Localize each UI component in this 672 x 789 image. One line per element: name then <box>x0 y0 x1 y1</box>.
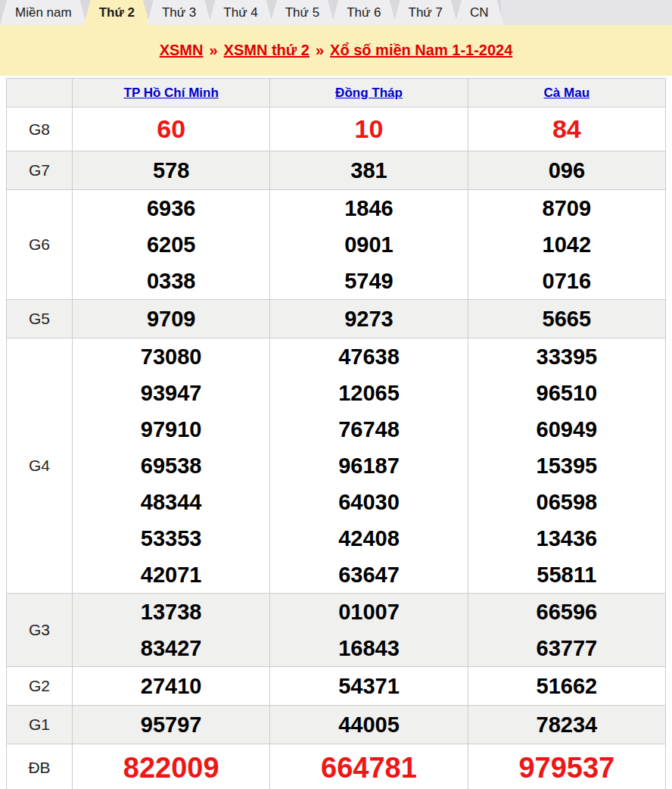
prize-label: G6 <box>7 190 73 300</box>
breadcrumb-banner: XSMN»XSMN thứ 2»Xổ số miền Nam 1-1-2024 <box>0 25 672 76</box>
prize-number: 60 <box>73 108 269 151</box>
prize-number: 0716 <box>468 263 665 299</box>
prize-cell: 33395965106094915395065981343655811 <box>468 338 665 594</box>
prize-number: 664781 <box>270 744 467 789</box>
prize-number: 5665 <box>468 300 665 338</box>
prize-number: 63777 <box>468 630 665 666</box>
prize-cell: 5665 <box>468 300 665 338</box>
tab-thu-2[interactable]: Thứ 2 <box>84 0 150 25</box>
prize-label: G1 <box>7 706 73 744</box>
prize-number: 69538 <box>73 448 269 484</box>
tab-cn[interactable]: CN <box>455 0 504 25</box>
prize-number: 54371 <box>270 667 467 705</box>
prize-number: 096 <box>468 151 665 189</box>
prize-number: 76748 <box>270 411 467 448</box>
breadcrumb-link-xsmn-thu-2[interactable]: XSMN thứ 2 <box>224 42 310 58</box>
prize-number: 73080 <box>73 338 269 375</box>
prize-number: 8709 <box>468 190 665 226</box>
prize-label: G8 <box>7 108 73 151</box>
tab-thu-3[interactable]: Thứ 3 <box>147 0 211 25</box>
prize-number: 6936 <box>73 190 269 226</box>
prize-cell: 979537 <box>468 744 665 789</box>
lottery-results-table: TP Hồ Chí MinhĐồng ThápCà Mau G8601084G7… <box>6 78 666 789</box>
prize-number: 381 <box>270 151 467 189</box>
corner-cell <box>7 79 73 108</box>
prize-cell: 822009 <box>73 744 270 789</box>
tab-mien-nam[interactable]: Miền nam <box>0 0 87 25</box>
prize-cell: 78234 <box>468 706 665 744</box>
prize-cell: 381 <box>270 151 468 190</box>
province-link-dong-thap[interactable]: Đồng Tháp <box>335 86 403 100</box>
breadcrumb-link-xo-so-mien-nam-1-1-2024[interactable]: Xổ số miền Nam 1-1-2024 <box>330 42 512 58</box>
prize-row-đb: ĐB822009664781979537 <box>7 744 666 789</box>
prize-number: 13436 <box>468 520 665 557</box>
tab-thu-5[interactable]: Thứ 5 <box>270 0 334 25</box>
prize-number: 27410 <box>73 667 269 705</box>
prize-number: 96510 <box>468 375 665 411</box>
prize-cell: 578 <box>73 151 270 190</box>
prize-row-g1: G1957974400578234 <box>7 706 666 744</box>
prize-number: 93947 <box>73 375 269 411</box>
prize-label: G2 <box>7 667 73 706</box>
prize-number: 97910 <box>73 411 269 448</box>
column-header-tp-ho-chi-minh: TP Hồ Chí Minh <box>73 79 270 108</box>
prize-cell: 870910420716 <box>468 190 665 300</box>
breadcrumb-link-xsmn[interactable]: XSMN <box>160 42 204 58</box>
prize-number: 84 <box>468 108 665 151</box>
prize-number: 1846 <box>270 190 467 226</box>
day-tabs: Miền namThứ 2Thứ 3Thứ 4Thứ 5Thứ 6Thứ 7CN <box>0 0 672 25</box>
prize-number: 33395 <box>468 338 665 375</box>
prize-cell: 0100716843 <box>270 594 468 667</box>
prize-label: G3 <box>7 594 73 667</box>
prize-row-g3: G3137388342701007168436659663777 <box>7 594 666 667</box>
results-table-wrap: TP Hồ Chí MinhĐồng ThápCà Mau G8601084G7… <box>0 76 672 789</box>
prize-number: 64030 <box>270 484 467 520</box>
prize-cell: 44005 <box>270 706 468 744</box>
prize-cell: 60 <box>73 108 270 151</box>
breadcrumb: XSMN»XSMN thứ 2»Xổ số miền Nam 1-1-2024 <box>160 42 513 59</box>
prize-number: 822009 <box>73 744 269 789</box>
prize-row-g5: G5970992735665 <box>7 300 666 338</box>
prize-number: 06598 <box>468 484 665 520</box>
prize-cell: 27410 <box>73 667 270 706</box>
prize-number: 578 <box>73 151 269 189</box>
prize-number: 1042 <box>468 226 665 263</box>
prize-number: 5749 <box>270 263 467 299</box>
breadcrumb-separator: » <box>316 42 324 58</box>
prize-number: 78234 <box>468 706 665 744</box>
prize-number: 42408 <box>270 520 467 557</box>
tab-thu-4[interactable]: Thứ 4 <box>208 0 272 25</box>
prize-number: 66596 <box>468 594 665 630</box>
prize-number: 15395 <box>468 448 665 484</box>
province-link-tp-ho-chi-minh[interactable]: TP Hồ Chí Minh <box>124 86 219 100</box>
province-link-ca-mau[interactable]: Cà Mau <box>544 86 590 100</box>
prize-label: ĐB <box>7 744 73 789</box>
prize-number: 979537 <box>468 744 665 789</box>
prize-cell: 184609015749 <box>270 190 468 300</box>
prize-cell: 73080939479791069538483445335342071 <box>73 338 270 594</box>
prize-number: 01007 <box>270 594 467 630</box>
prize-number: 51662 <box>468 667 665 705</box>
prize-label: G4 <box>7 338 73 594</box>
prize-number: 9709 <box>73 300 269 338</box>
prize-number: 96187 <box>270 448 467 484</box>
prize-number: 42071 <box>73 557 269 593</box>
prize-cell: 096 <box>468 151 665 190</box>
prize-number: 63647 <box>270 557 467 593</box>
breadcrumb-separator: » <box>209 42 217 58</box>
prize-cell: 10 <box>270 108 468 151</box>
prize-cell: 9273 <box>270 300 468 338</box>
prize-cell: 84 <box>468 108 665 151</box>
prize-row-g7: G7578381096 <box>7 151 666 190</box>
prize-number: 53353 <box>73 520 269 557</box>
prize-cell: 693662050338 <box>73 190 270 300</box>
tab-thu-7[interactable]: Thứ 7 <box>394 0 458 25</box>
prize-number: 47638 <box>270 338 467 375</box>
prize-number: 44005 <box>270 706 467 744</box>
prize-cell: 664781 <box>270 744 468 789</box>
prize-number: 10 <box>270 108 467 151</box>
tab-thu-6[interactable]: Thứ 6 <box>331 0 396 25</box>
prize-cell: 51662 <box>468 667 665 706</box>
column-header-dong-thap: Đồng Tháp <box>270 79 468 108</box>
prize-cell: 95797 <box>73 706 270 744</box>
